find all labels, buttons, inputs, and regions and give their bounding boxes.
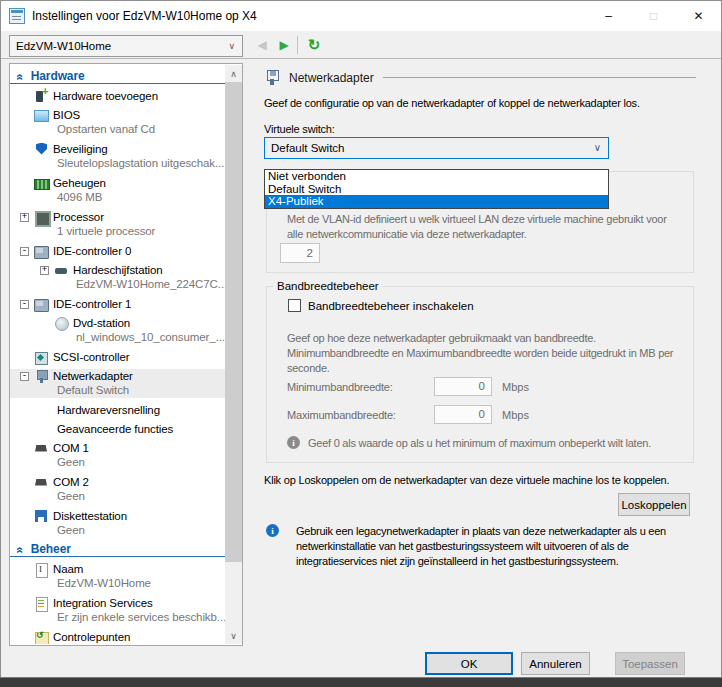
virtual-switch-label: Virtuele switch: xyxy=(264,123,335,135)
sidebar-item-processor[interactable]: +Processor 1 virtuele processor xyxy=(10,210,225,239)
desktop-background-strip xyxy=(0,677,722,687)
chevron-down-icon: ∨ xyxy=(594,142,601,153)
sidebar-item-hard-disk[interactable]: +Hardeschijfstation EdzVM-W10Home_224C7C… xyxy=(10,263,225,292)
bandwidth-legend: Bandbreedtebeheer xyxy=(273,280,383,292)
sidebar-item-scsi-controller[interactable]: SCSI-controller xyxy=(10,350,225,364)
ide-controller-icon xyxy=(34,298,49,311)
dropdown-option-default-switch[interactable]: Default Switch xyxy=(265,183,608,196)
expand-icon[interactable]: + xyxy=(20,213,29,222)
sidebar-item-dvd-drive[interactable]: Dvd-station nl_windows_10_consumer_... xyxy=(10,316,225,345)
back-icon: ◀ xyxy=(251,38,273,52)
forward-icon[interactable]: ▶ xyxy=(273,38,295,52)
panel-header: Netwerkadapter xyxy=(264,69,696,86)
disconnect-text: Klik op Loskoppelen om de netwerkadapter… xyxy=(264,474,669,486)
bandwidth-checkbox[interactable] xyxy=(288,299,301,312)
ide-controller-icon xyxy=(34,245,49,258)
network-adapter-icon xyxy=(34,370,49,383)
vlan-description-line2: alle netwerkcommunicatie via deze netwer… xyxy=(287,227,667,242)
add-hardware-icon xyxy=(34,90,49,103)
sidebar-item-network-adapter[interactable]: -Netwerkadapter Default Switch xyxy=(10,369,225,398)
sidebar: « Hardware Hardware toevoegen BIOS Opsta… xyxy=(9,63,243,646)
network-adapter-panel: Netwerkadapter Geef de configuratie op v… xyxy=(264,69,696,86)
bandwidth-description-line1: Geef op hoe deze netwerkadapter gebruikm… xyxy=(287,331,673,346)
bandwidth-description-line2: Minimumbandbreedte en Maximumbandbreedte… xyxy=(287,346,673,361)
close-button[interactable]: ✕ xyxy=(676,1,721,31)
maximize-button: □ xyxy=(631,1,676,31)
cancel-button[interactable]: Annuleren xyxy=(521,652,590,675)
panel-intro-text: Geef de configuratie op van de netwerkad… xyxy=(264,97,640,109)
com-port-icon xyxy=(34,476,49,489)
collapse-icon[interactable]: - xyxy=(20,247,29,256)
bandwidth-checkbox-label: Bandbreedtebeheer inschakelen xyxy=(308,300,474,312)
section-header-hardware[interactable]: « Hardware xyxy=(10,69,225,84)
sidebar-item-security[interactable]: Beveiliging Sleutelopslagstation uitgesc… xyxy=(10,142,225,171)
min-bandwidth-input: 0 xyxy=(434,377,492,396)
memory-icon xyxy=(34,177,49,190)
scroll-down-icon[interactable]: ∨ xyxy=(225,627,242,644)
disconnect-button[interactable]: Loskoppelen xyxy=(618,493,690,516)
title-bar: Instellingen voor EdzVM-W10Home op X4 – … xyxy=(1,1,721,31)
legacy-note-line2: netwerkinstallatie van het gastbesturing… xyxy=(296,539,666,554)
min-bandwidth-unit: Mbps xyxy=(502,381,529,393)
dvd-disc-icon xyxy=(54,317,69,330)
virtual-switch-options-list: Niet verbonden Default Switch X4-Publiek xyxy=(264,169,609,209)
sidebar-scrollbar[interactable]: ∧ ∨ xyxy=(225,65,242,644)
max-bandwidth-label: Maximumbandbreedte: xyxy=(287,409,434,421)
vm-selector-dropdown[interactable]: EdzVM-W10Home ∨ xyxy=(9,35,243,57)
app-icon xyxy=(9,8,25,24)
bandwidth-note: Geef 0 als waarde op als u het minimum o… xyxy=(308,436,651,451)
toolbar-separator xyxy=(297,36,298,54)
virtual-switch-dropdown[interactable]: Default Switch ∨ xyxy=(264,137,609,159)
toolbar: EdzVM-W10Home ∨ ◀ ▶ ↻ xyxy=(1,31,721,59)
expand-icon[interactable]: + xyxy=(40,266,49,275)
hard-disk-icon xyxy=(54,264,69,277)
sidebar-item-ide-controller-1[interactable]: -IDE-controller 1 xyxy=(10,297,225,311)
panel-title: Netwerkadapter xyxy=(289,71,374,85)
sidebar-item-diskette[interactable]: Diskettestation Geen xyxy=(10,509,225,538)
sidebar-item-memory[interactable]: Geheugen 4096 MB xyxy=(10,176,225,205)
collapse-icon[interactable]: - xyxy=(20,300,29,309)
cpu-icon xyxy=(34,211,49,224)
sidebar-item-com2[interactable]: COM 2 Geen xyxy=(10,475,225,504)
integration-services-icon xyxy=(34,597,49,610)
vlan-description-line1: Met de VLAN-id definieert u welk virtuee… xyxy=(287,212,667,227)
bandwidth-description-line3: seconde. xyxy=(287,361,673,376)
sidebar-item-hardware-acceleration[interactable]: Hardwareversnelling xyxy=(10,403,225,417)
vlan-id-input: 2 xyxy=(280,243,320,263)
scrollbar-thumb[interactable] xyxy=(225,82,242,562)
legacy-note: i Gebruik een legacynetwerkadapter in pl… xyxy=(266,524,666,569)
sidebar-item-integration-services[interactable]: Integration Services Er zijn enkele serv… xyxy=(10,596,225,625)
info-icon: i xyxy=(287,436,300,449)
refresh-icon[interactable]: ↻ xyxy=(303,36,325,54)
sidebar-item-ide-controller-0[interactable]: -IDE-controller 0 xyxy=(10,244,225,258)
ok-button[interactable]: OK xyxy=(425,652,513,675)
dropdown-option-not-connected[interactable]: Niet verbonden xyxy=(265,170,608,183)
sidebar-item-bios[interactable]: BIOS Opstarten vanaf Cd xyxy=(10,108,225,137)
header-rule xyxy=(383,77,696,78)
max-bandwidth-unit: Mbps xyxy=(502,409,529,421)
max-bandwidth-input: 0 xyxy=(434,405,492,424)
scsi-controller-icon xyxy=(34,351,49,364)
main-area: « Hardware Hardware toevoegen BIOS Opsta… xyxy=(1,59,721,678)
collapse-icon[interactable]: - xyxy=(20,372,29,381)
legacy-note-line3: integratieservices niet zijn geïnstallee… xyxy=(296,554,666,569)
vm-selector-value: EdzVM-W10Home xyxy=(16,40,111,52)
floppy-disk-icon xyxy=(34,510,49,523)
collapse-section-icon: « xyxy=(13,547,27,552)
min-bandwidth-label: Minimumbandbreedte: xyxy=(287,381,434,393)
info-icon: i xyxy=(266,524,279,537)
apply-button: Toepassen xyxy=(615,652,685,675)
section-header-management[interactable]: « Beheer xyxy=(10,542,225,557)
sidebar-item-add-hardware[interactable]: Hardware toevoegen xyxy=(10,89,225,103)
sidebar-item-com1[interactable]: COM 1 Geen xyxy=(10,441,225,470)
bandwidth-checkbox-row[interactable]: Bandbreedtebeheer inschakelen xyxy=(288,299,474,312)
chevron-down-icon: ∨ xyxy=(228,41,235,51)
virtual-switch-value: Default Switch xyxy=(271,142,345,154)
sidebar-item-checkpoints[interactable]: Controlepunten Standaard xyxy=(10,630,225,644)
sidebar-item-advanced-features[interactable]: Geavanceerde functies xyxy=(10,422,225,436)
scroll-up-icon[interactable]: ∧ xyxy=(225,65,242,82)
minimize-button[interactable]: – xyxy=(586,1,631,31)
checkpoints-icon xyxy=(34,631,49,644)
sidebar-item-name[interactable]: Naam EdzVM-W10Home xyxy=(10,562,225,591)
dropdown-option-x4-publiek[interactable]: X4-Publiek xyxy=(265,195,608,208)
